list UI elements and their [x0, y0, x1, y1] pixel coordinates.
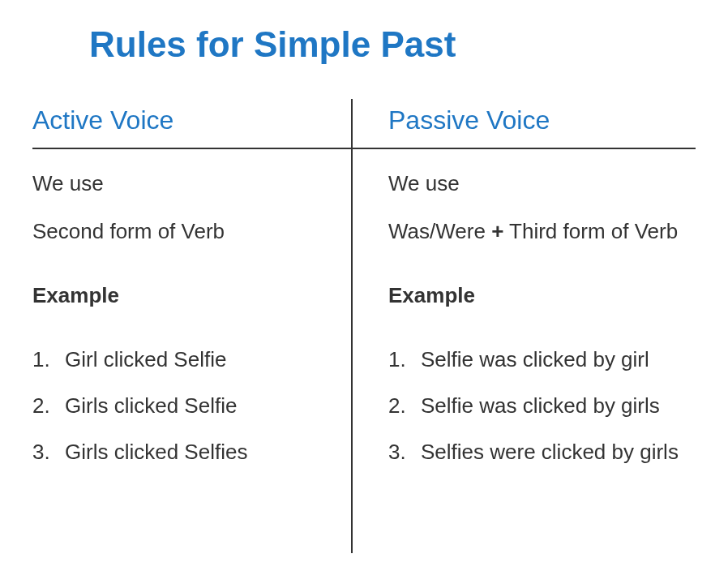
passive-rule: Was/Were + Third form of Verb	[388, 216, 696, 247]
list-item: Girl clicked Selfie	[32, 344, 348, 376]
list-item: Girls clicked Selfie	[32, 390, 348, 422]
passive-header: Passive Voice	[388, 105, 696, 135]
active-voice-column: Active Voice We use Second form of Verb …	[32, 105, 364, 483]
active-examples: Girl clicked Selfie Girls clicked Selfie…	[32, 344, 348, 468]
list-item: Selfies were clicked by girls	[388, 436, 696, 468]
active-example-label: Example	[32, 280, 348, 311]
passive-we-use: We use	[388, 168, 696, 200]
passive-example-label: Example	[388, 280, 696, 311]
passive-voice-column: Passive Voice We use Was/Were + Third fo…	[364, 105, 696, 483]
list-item: Selfie was clicked by girl	[388, 344, 696, 376]
page-title: Rules for Simple Past	[89, 24, 696, 65]
horizontal-divider	[32, 148, 696, 149]
active-header: Active Voice	[32, 105, 348, 135]
vertical-divider	[351, 99, 353, 553]
rule-prefix: Was/Were	[388, 219, 491, 243]
rules-table: Active Voice We use Second form of Verb …	[32, 105, 696, 483]
active-rule: Second form of Verb	[32, 216, 348, 247]
active-we-use: We use	[32, 168, 348, 200]
rule-suffix: Third form of Verb	[503, 219, 678, 243]
list-item: Selfie was clicked by girls	[388, 390, 696, 422]
list-item: Girls clicked Selfies	[32, 436, 348, 468]
passive-examples: Selfie was clicked by girl Selfie was cl…	[388, 344, 696, 468]
rule-plus: +	[491, 219, 503, 243]
